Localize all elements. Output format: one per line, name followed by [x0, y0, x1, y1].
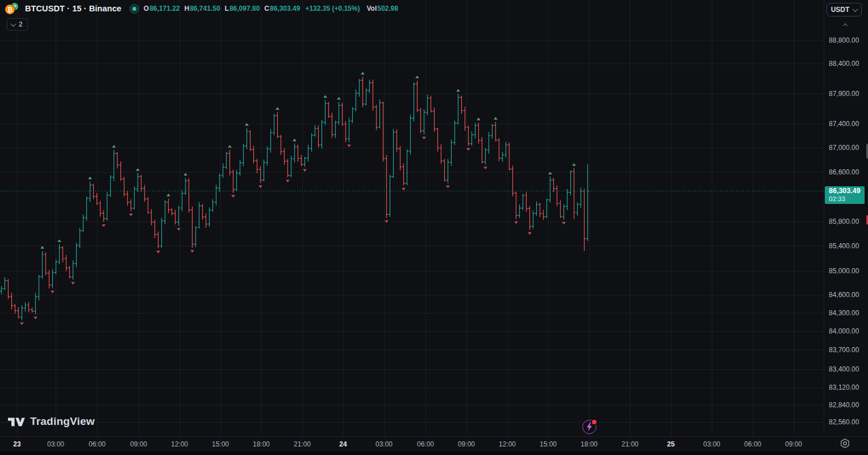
currency-unit-button[interactable]: USDT [827, 3, 862, 16]
indicators-collapse-button[interactable]: 2 [7, 18, 28, 31]
time-axis-settings-icon[interactable] [840, 438, 850, 451]
price-axis-label: 87,400.00 [829, 120, 859, 128]
ohlc-bar [211, 199, 214, 211]
ohlc-bar [481, 137, 483, 164]
ohlc-bar [109, 175, 112, 197]
ohlc-bar [232, 170, 235, 193]
currency-unit-label: USDT [831, 6, 850, 14]
fractal-down-marker [20, 323, 24, 325]
ohlc-bar [106, 192, 108, 221]
ohlc-bar [55, 260, 57, 274]
price-chart-canvas[interactable] [0, 0, 824, 436]
ohlc-bar [375, 105, 378, 130]
ohlc-bar [130, 199, 132, 211]
time-axis-day-label: 24 [339, 440, 347, 448]
bar-countdown: 02:33 [829, 195, 865, 203]
fractal-up-marker [166, 194, 170, 197]
price-axis[interactable]: 86,303.49 02:33 88,800.0088,400.0087,900… [824, 0, 868, 436]
ohlc-bar [504, 142, 507, 157]
ohlc-bar [501, 152, 504, 162]
ohlc-bar [133, 186, 136, 210]
fractal-up-marker [323, 95, 327, 98]
ohlc-bar [494, 122, 497, 141]
ohlc-bar [464, 107, 466, 131]
ohlc-bar [511, 165, 514, 196]
time-axis-label: 12:00 [171, 440, 188, 448]
ohlc-bar [147, 197, 149, 214]
fractal-down-marker [422, 137, 426, 140]
market-status-icon[interactable] [130, 4, 139, 14]
price-axis-label: 85,800.00 [829, 218, 859, 226]
ohlc-bar [491, 124, 494, 139]
time-axis[interactable]: 2303:0006:0009:0012:0015:0018:0021:00240… [0, 436, 868, 451]
ohlc-bar [542, 210, 545, 220]
ohlc-bar [252, 146, 255, 164]
ohlc-bar [337, 102, 340, 124]
time-axis-label: 15:00 [540, 440, 557, 448]
ohlc-bar [545, 199, 548, 219]
ohlc-bar [351, 107, 354, 123]
symbol-legend[interactable]: ₮ ₿ BTCUSDT · 15 · Binance O 86,171.22 H… [0, 0, 398, 17]
time-axis-label: 18:00 [581, 440, 598, 448]
ohlc-bar [201, 204, 204, 220]
ohlc-bar [205, 214, 207, 228]
fractal-down-marker [156, 251, 160, 253]
ohlc-bar [153, 220, 156, 238]
fractal-up-marker [494, 117, 498, 120]
time-axis-label: 06:00 [89, 440, 106, 448]
fractal-down-marker [303, 169, 307, 172]
ohlc-bar [297, 145, 299, 162]
ohlc-bar [140, 175, 143, 192]
tradingview-logo-text: TradingView [30, 415, 95, 428]
fractal-up-marker [57, 239, 61, 242]
ohlc-bar [102, 210, 105, 222]
ohlc-bar [283, 148, 286, 165]
fractal-up-marker [88, 177, 92, 180]
notification-dot [591, 419, 598, 425]
ohlc-bar [365, 88, 368, 106]
ohlc-bar [58, 244, 61, 264]
price-axis-label: 84,300.00 [829, 309, 859, 317]
chevron-down-icon [11, 21, 16, 27]
ohlc-bar [51, 269, 54, 288]
tradingview-logo[interactable]: TradingView [8, 415, 95, 428]
price-axis-label: 87,900.00 [829, 90, 859, 98]
ohlc-bar [89, 181, 91, 202]
fractal-down-marker [129, 214, 133, 216]
ohlc-bar [460, 96, 463, 114]
low-label: L [225, 5, 229, 12]
ohlc-bar [3, 277, 6, 290]
ohlc-bar [539, 203, 541, 217]
ohlc-bar [184, 178, 187, 195]
ohlc-bar [508, 143, 511, 170]
price-scale-menu-button[interactable] [844, 19, 847, 29]
ohlc-bar [446, 159, 449, 183]
ohlc-bar [573, 168, 575, 219]
bottom-toolbar-edge [0, 450, 868, 455]
price-axis-label: 84,600.00 [829, 291, 859, 299]
ohlc-bar [474, 123, 477, 138]
ohlc-bar [354, 90, 357, 111]
ohlc-bar [406, 149, 408, 185]
ohlc-bar [566, 189, 569, 210]
ohlc-bar [477, 123, 480, 144]
lightning-ai-button[interactable] [582, 420, 596, 434]
symbol-title[interactable]: BTCUSDT · 15 · Binance [25, 4, 122, 13]
fractal-up-marker [415, 76, 419, 78]
time-axis-label: 15:00 [212, 440, 229, 448]
fractal-down-marker [385, 220, 389, 223]
fractal-down-marker [562, 222, 566, 225]
ohlc-bar [399, 146, 402, 170]
fractal-down-marker [71, 282, 75, 285]
ohlc-bar [276, 112, 279, 138]
last-price-badge[interactable]: 86,303.49 02:33 [825, 186, 865, 204]
ohlc-bar [181, 190, 183, 211]
price-axis-label: 87,000.00 [829, 144, 859, 152]
ohlc-bar [41, 251, 44, 279]
close-label: C [264, 5, 269, 12]
ohlc-bar [95, 193, 98, 205]
ohlc-bar [78, 228, 81, 248]
last-price-value: 86,303.49 [829, 187, 865, 195]
fractal-up-marker [293, 139, 297, 141]
ohlc-bar [409, 114, 412, 155]
